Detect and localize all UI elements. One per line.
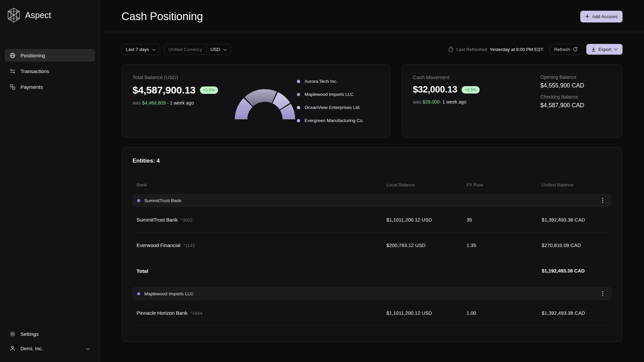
add-account-button[interactable]: Add Account xyxy=(580,11,623,22)
sidebar-item-label: Positioning xyxy=(20,53,45,58)
kebab-menu-icon[interactable] xyxy=(599,196,607,204)
entity-group-name: SummitTrust Bank xyxy=(144,198,181,203)
unified-balance: $1,392,493.38 CAD xyxy=(542,310,602,316)
chevron-down-icon xyxy=(152,47,156,52)
sidebar-item-payments[interactable]: Payments xyxy=(5,80,95,93)
export-label: Export xyxy=(598,47,611,52)
checking-balance-value: $4,587,900 CAD xyxy=(540,102,611,109)
sidebar-item-label: Payments xyxy=(20,84,43,90)
unified-balance: $270,810.09 CAD xyxy=(542,243,602,248)
legend-label: Maplewood Imports LLC xyxy=(305,92,354,97)
column-header-fx-rate: FX Rate xyxy=(467,182,542,187)
entity-group-row[interactable]: Maplewood Imports LLC xyxy=(132,287,611,300)
last-refreshed-value: Yesterday at 8:00 PM EDT xyxy=(490,47,543,52)
gear-icon xyxy=(10,331,15,337)
app-logo: Aspect xyxy=(5,7,95,23)
kebab-menu-icon[interactable] xyxy=(599,290,607,298)
last-refreshed-label: Last Refreshed xyxy=(457,47,487,52)
previous-value: $29,000 xyxy=(423,99,440,105)
entities-title: Entities: 4 xyxy=(132,158,611,164)
filter-toolbar: Last 7 days Unified Currency USD xyxy=(100,32,644,55)
sidebar-item-transactions[interactable]: Transactions xyxy=(5,65,95,77)
local-balance: $1,1011,200.12 USD xyxy=(386,310,467,316)
refresh-label: Refresh xyxy=(554,47,570,52)
entity-dot xyxy=(137,292,140,295)
total-unified-balance: $1,192,493.38 CAD xyxy=(542,268,602,274)
last-refreshed: Last Refreshed Yesterday at 8:00 PM EDT xyxy=(448,46,543,52)
org-label: Demi, Inc. xyxy=(20,346,43,351)
sidebar-item-positioning[interactable]: Positioning xyxy=(5,49,95,62)
legend-dot xyxy=(297,119,300,122)
account-number: *1141 xyxy=(183,243,195,248)
entity-group-name: Maplewood Imports LLC xyxy=(144,291,193,296)
legend-item: OceanView Enterprises Ltd. xyxy=(297,105,379,110)
currency-label: Unified Currency xyxy=(164,44,207,54)
date-range-value: Last 7 days xyxy=(126,47,149,52)
gauge-chart xyxy=(233,74,297,127)
table-row: Pinnacle Horizon Bank *4444 $1,1011,200.… xyxy=(132,300,611,326)
fx-rate: 1.00 xyxy=(467,310,542,316)
page-title: Cash Positioning xyxy=(121,10,203,23)
bank-name: Pinnacle Horizon Bank xyxy=(137,310,187,316)
account-number: *3002 xyxy=(181,218,193,223)
sidebar-item-settings[interactable]: Settings xyxy=(10,331,90,337)
org-switcher[interactable]: Demi, Inc. xyxy=(10,346,90,351)
cash-movement-label: Cash Movement xyxy=(413,74,514,80)
column-header-local-balance: Local Balance xyxy=(386,182,467,187)
bank-name: SummitTrust Bank xyxy=(137,217,178,223)
cash-movement-value: $32,000.13 xyxy=(413,84,457,95)
local-balance: $1,1011,200.12 USD xyxy=(386,217,467,223)
sidebar-nav: Positioning Transactions Payments xyxy=(5,49,95,93)
sidebar-footer: Settings Demi, Inc. xyxy=(5,331,95,353)
entity-dot xyxy=(137,199,140,202)
checking-balance-label: Checking Balance xyxy=(540,94,611,100)
total-balance-card: Total Balance (USD) $4,587,900.13 +2.5% … xyxy=(121,64,390,138)
fx-rate: 1.35 xyxy=(467,243,542,248)
download-icon xyxy=(591,47,596,52)
fx-rate: 35 xyxy=(467,217,542,223)
previous-value: $4,468,809 xyxy=(142,100,166,106)
chevron-down-icon xyxy=(223,47,227,52)
legend-dot xyxy=(297,80,300,83)
chevron-down-icon xyxy=(86,346,90,351)
sidebar-item-label: Transactions xyxy=(20,68,49,74)
total-balance-label: Total Balance (USD) xyxy=(132,74,233,80)
legend-item: Maplewood Imports LLC xyxy=(297,92,379,97)
payments-icon xyxy=(10,84,15,90)
total-label: Total xyxy=(137,268,386,274)
opening-balance-value: $4,555,900 CAD xyxy=(540,82,611,89)
table-total-row: Total $1,192,493.38 CAD xyxy=(132,258,611,284)
bank-name: Everwood Financial xyxy=(137,242,180,248)
legend-label: OceanView Enterprises Ltd. xyxy=(305,105,361,110)
unified-balance: $1,392,493.38 CAD xyxy=(542,217,602,223)
add-account-label: Add Account xyxy=(592,14,618,19)
date-range-select[interactable]: Last 7 days xyxy=(121,44,160,55)
legend-label: Evergreen Manufacturing Co. xyxy=(305,118,364,123)
legend-dot xyxy=(297,93,300,96)
refresh-icon xyxy=(573,47,578,52)
entities-card: Entities: 4 Bank Local Balance FX Rate U… xyxy=(121,147,623,342)
total-balance-previous: was $4,468,809 - 1 week ago xyxy=(132,100,233,106)
opening-balance-label: Opening Balance xyxy=(540,74,611,80)
legend-dot xyxy=(297,106,300,109)
currency-select[interactable]: Unified Currency USD xyxy=(164,44,231,55)
chevron-down-icon xyxy=(614,48,618,50)
swap-arrows-icon xyxy=(10,69,15,74)
local-balance: $200,783.12 USD xyxy=(386,243,467,248)
export-button[interactable]: Export xyxy=(586,44,623,55)
legend-label: Aurora Tech Inc. xyxy=(305,79,337,84)
sidebar: Aspect Positioning Transactions Payments xyxy=(0,0,100,362)
settings-label: Settings xyxy=(20,331,39,337)
balances-block: Opening Balance $4,555,900 CAD Checking … xyxy=(540,74,611,127)
plus-icon xyxy=(585,14,589,18)
table-header-row: Bank Local Balance FX Rate Unified Balan… xyxy=(132,178,611,191)
column-header-bank: Bank xyxy=(137,182,386,187)
app-name: Aspect xyxy=(25,10,51,20)
cash-movement-previous: was $29,000- 1 week ago xyxy=(413,99,514,105)
entity-group-row[interactable]: SummitTrust Bank xyxy=(132,194,611,207)
refresh-button[interactable]: Refresh xyxy=(549,44,582,55)
table-row: SummitTrust Bank *3002 $1,1011,200.12 US… xyxy=(132,207,611,233)
page-header: Cash Positioning Add Account xyxy=(100,0,644,32)
change-badge: +2.5% xyxy=(462,86,480,94)
account-number: *4444 xyxy=(191,311,202,316)
